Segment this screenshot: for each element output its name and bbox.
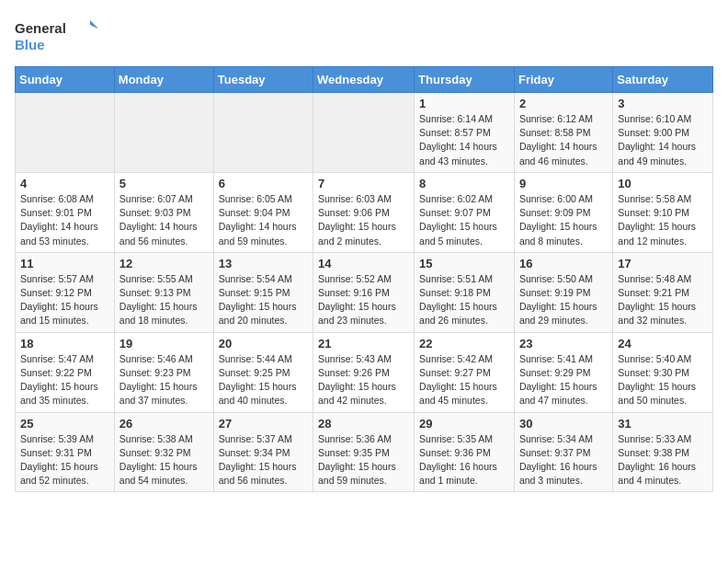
calendar-cell: 30Sunrise: 5:34 AM Sunset: 9:37 PM Dayli… — [514, 412, 612, 492]
cell-content: Sunrise: 6:14 AM Sunset: 8:57 PM Dayligh… — [419, 112, 509, 168]
calendar-cell: 31Sunrise: 5:33 AM Sunset: 9:38 PM Dayli… — [613, 412, 713, 492]
calendar-cell: 14Sunrise: 5:52 AM Sunset: 9:16 PM Dayli… — [313, 252, 415, 332]
calendar-cell: 7Sunrise: 6:03 AM Sunset: 9:06 PM Daylig… — [313, 172, 415, 252]
calendar-cell: 16Sunrise: 5:50 AM Sunset: 9:19 PM Dayli… — [514, 252, 612, 332]
day-number: 27 — [219, 417, 308, 431]
weekday-header-row: SundayMondayTuesdayWednesdayThursdayFrid… — [16, 67, 713, 93]
cell-content: Sunrise: 5:54 AM Sunset: 9:15 PM Dayligh… — [219, 272, 308, 328]
cell-content: Sunrise: 5:43 AM Sunset: 9:26 PM Dayligh… — [318, 352, 409, 408]
cell-content: Sunrise: 5:48 AM Sunset: 9:21 PM Dayligh… — [618, 272, 708, 328]
cell-content: Sunrise: 5:42 AM Sunset: 9:27 PM Dayligh… — [419, 352, 509, 408]
cell-content: Sunrise: 5:36 AM Sunset: 9:35 PM Dayligh… — [318, 432, 409, 488]
cell-content: Sunrise: 5:41 AM Sunset: 9:29 PM Dayligh… — [519, 352, 608, 408]
weekday-header-thursday: Thursday — [415, 67, 515, 93]
cell-content: Sunrise: 6:08 AM Sunset: 9:01 PM Dayligh… — [20, 192, 109, 248]
page-header: General Blue — [15, 15, 713, 55]
calendar-row-5: 25Sunrise: 5:39 AM Sunset: 9:31 PM Dayli… — [16, 412, 713, 492]
day-number: 30 — [519, 417, 608, 431]
cell-content: Sunrise: 5:47 AM Sunset: 9:22 PM Dayligh… — [20, 352, 109, 408]
day-number: 22 — [419, 337, 509, 350]
cell-content: Sunrise: 5:37 AM Sunset: 9:34 PM Dayligh… — [219, 432, 308, 488]
calendar-cell: 6Sunrise: 6:05 AM Sunset: 9:04 PM Daylig… — [213, 172, 313, 252]
cell-content: Sunrise: 6:03 AM Sunset: 9:06 PM Dayligh… — [318, 192, 409, 248]
day-number: 4 — [20, 177, 109, 190]
day-number: 20 — [219, 337, 308, 350]
calendar-cell — [313, 93, 415, 173]
day-number: 31 — [618, 417, 708, 431]
day-number: 21 — [318, 337, 409, 350]
cell-content: Sunrise: 6:10 AM Sunset: 9:00 PM Dayligh… — [618, 112, 708, 168]
weekday-header-monday: Monday — [114, 67, 213, 93]
calendar-cell: 27Sunrise: 5:37 AM Sunset: 9:34 PM Dayli… — [213, 412, 313, 492]
day-number: 9 — [519, 177, 608, 190]
calendar-cell: 13Sunrise: 5:54 AM Sunset: 9:15 PM Dayli… — [213, 252, 313, 332]
cell-content: Sunrise: 5:46 AM Sunset: 9:23 PM Dayligh… — [119, 352, 209, 408]
cell-content: Sunrise: 6:07 AM Sunset: 9:03 PM Dayligh… — [119, 192, 209, 248]
cell-content: Sunrise: 5:50 AM Sunset: 9:19 PM Dayligh… — [519, 272, 608, 328]
day-number: 26 — [119, 417, 209, 431]
day-number: 3 — [618, 97, 708, 110]
calendar-cell: 19Sunrise: 5:46 AM Sunset: 9:23 PM Dayli… — [114, 332, 213, 412]
calendar-cell: 25Sunrise: 5:39 AM Sunset: 9:31 PM Dayli… — [16, 412, 115, 492]
cell-content: Sunrise: 5:39 AM Sunset: 9:31 PM Dayligh… — [20, 432, 109, 488]
day-number: 28 — [318, 417, 409, 431]
day-number: 8 — [419, 177, 509, 190]
cell-content: Sunrise: 5:34 AM Sunset: 9:37 PM Dayligh… — [519, 432, 608, 488]
day-number: 29 — [419, 417, 509, 431]
day-number: 17 — [618, 257, 708, 270]
cell-content: Sunrise: 6:02 AM Sunset: 9:07 PM Dayligh… — [419, 192, 509, 248]
weekday-header-saturday: Saturday — [613, 67, 713, 93]
cell-content: Sunrise: 5:40 AM Sunset: 9:30 PM Dayligh… — [618, 352, 708, 408]
calendar-cell: 2Sunrise: 6:12 AM Sunset: 8:58 PM Daylig… — [514, 93, 612, 173]
calendar-cell: 8Sunrise: 6:02 AM Sunset: 9:07 PM Daylig… — [415, 172, 515, 252]
day-number: 19 — [119, 337, 209, 350]
cell-content: Sunrise: 5:35 AM Sunset: 9:36 PM Dayligh… — [419, 432, 509, 488]
weekday-header-wednesday: Wednesday — [313, 67, 415, 93]
calendar-cell: 5Sunrise: 6:07 AM Sunset: 9:03 PM Daylig… — [114, 172, 213, 252]
generalblue-logo: General Blue — [15, 15, 97, 55]
cell-content: Sunrise: 5:44 AM Sunset: 9:25 PM Dayligh… — [219, 352, 308, 408]
cell-content: Sunrise: 6:05 AM Sunset: 9:04 PM Dayligh… — [219, 192, 308, 248]
calendar-cell: 1Sunrise: 6:14 AM Sunset: 8:57 PM Daylig… — [415, 93, 515, 173]
calendar-row-2: 4Sunrise: 6:08 AM Sunset: 9:01 PM Daylig… — [16, 172, 713, 252]
calendar-cell — [114, 93, 213, 173]
day-number: 1 — [419, 97, 509, 110]
day-number: 10 — [618, 177, 708, 190]
weekday-header-tuesday: Tuesday — [213, 67, 313, 93]
calendar-row-3: 11Sunrise: 5:57 AM Sunset: 9:12 PM Dayli… — [16, 252, 713, 332]
day-number: 24 — [618, 337, 708, 350]
day-number: 23 — [519, 337, 608, 350]
weekday-header-sunday: Sunday — [16, 67, 115, 93]
calendar-cell: 23Sunrise: 5:41 AM Sunset: 9:29 PM Dayli… — [514, 332, 612, 412]
calendar-row-4: 18Sunrise: 5:47 AM Sunset: 9:22 PM Dayli… — [16, 332, 713, 412]
day-number: 6 — [219, 177, 308, 190]
calendar-cell — [16, 93, 115, 173]
calendar-cell: 3Sunrise: 6:10 AM Sunset: 9:00 PM Daylig… — [613, 93, 713, 173]
logo: General Blue — [15, 15, 97, 55]
day-number: 16 — [519, 257, 608, 270]
svg-text:General: General — [15, 20, 66, 36]
day-number: 11 — [20, 257, 109, 270]
calendar-cell: 9Sunrise: 6:00 AM Sunset: 9:09 PM Daylig… — [514, 172, 612, 252]
calendar-cell: 22Sunrise: 5:42 AM Sunset: 9:27 PM Dayli… — [415, 332, 515, 412]
calendar-table: SundayMondayTuesdayWednesdayThursdayFrid… — [15, 66, 713, 492]
weekday-header-friday: Friday — [514, 67, 612, 93]
day-number: 15 — [419, 257, 509, 270]
calendar-cell: 28Sunrise: 5:36 AM Sunset: 9:35 PM Dayli… — [313, 412, 415, 492]
calendar-cell: 21Sunrise: 5:43 AM Sunset: 9:26 PM Dayli… — [313, 332, 415, 412]
calendar-cell: 11Sunrise: 5:57 AM Sunset: 9:12 PM Dayli… — [16, 252, 115, 332]
cell-content: Sunrise: 5:52 AM Sunset: 9:16 PM Dayligh… — [318, 272, 409, 328]
calendar-cell: 12Sunrise: 5:55 AM Sunset: 9:13 PM Dayli… — [114, 252, 213, 332]
cell-content: Sunrise: 5:38 AM Sunset: 9:32 PM Dayligh… — [119, 432, 209, 488]
svg-text:Blue: Blue — [15, 37, 45, 52]
cell-content: Sunrise: 5:33 AM Sunset: 9:38 PM Dayligh… — [618, 432, 708, 488]
calendar-cell: 29Sunrise: 5:35 AM Sunset: 9:36 PM Dayli… — [415, 412, 515, 492]
cell-content: Sunrise: 6:12 AM Sunset: 8:58 PM Dayligh… — [519, 112, 608, 168]
day-number: 2 — [519, 97, 608, 110]
day-number: 25 — [20, 417, 109, 431]
calendar-cell: 17Sunrise: 5:48 AM Sunset: 9:21 PM Dayli… — [613, 252, 713, 332]
day-number: 13 — [219, 257, 308, 270]
day-number: 18 — [20, 337, 109, 350]
cell-content: Sunrise: 6:00 AM Sunset: 9:09 PM Dayligh… — [519, 192, 608, 248]
cell-content: Sunrise: 5:58 AM Sunset: 9:10 PM Dayligh… — [618, 192, 708, 248]
